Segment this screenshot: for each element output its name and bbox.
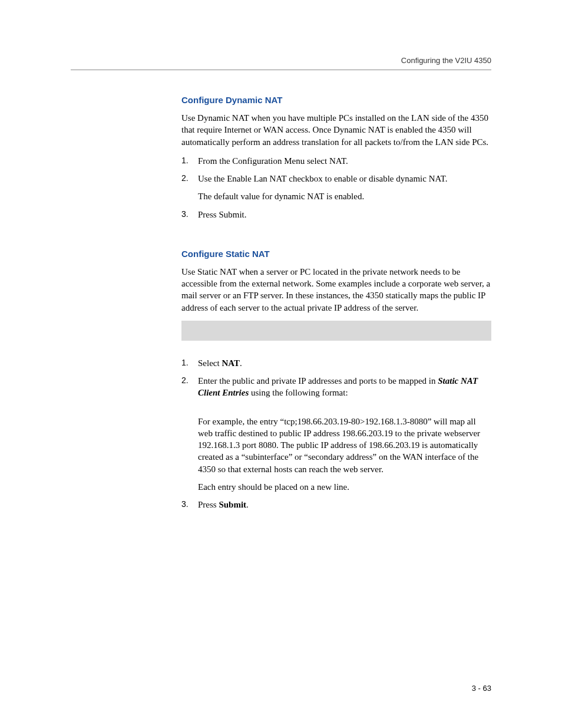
step-text: Press Submit. — [198, 210, 247, 219]
step-suffix: using the following format: — [249, 388, 348, 397]
step-item: Use the Enable Lan NAT checkbox to enabl… — [181, 173, 491, 203]
step-suffix: . — [246, 500, 249, 509]
grey-band — [181, 321, 491, 341]
step-item: From the Configuration Menu select NAT. — [181, 155, 491, 167]
page-number: 3 - 63 — [472, 684, 491, 693]
steps-list-static: Select NAT. Enter the public and private… — [181, 357, 491, 511]
step-bold: Submit — [219, 500, 246, 509]
section-intro: Use Dynamic NAT when you have multiple P… — [181, 112, 491, 148]
step-text: Use the Enable Lan NAT checkbox to enabl… — [198, 174, 447, 183]
step-sub-text: For example, the entry “tcp;198.66.203.1… — [198, 416, 491, 475]
step-bold: NAT — [222, 358, 240, 368]
step-text: From the Configuration Menu select NAT. — [198, 156, 348, 166]
section-heading-static-nat: Configure Static NAT — [181, 249, 491, 259]
step-item: Select NAT. — [181, 357, 491, 369]
step-text: Press — [198, 500, 219, 509]
content-area: Configure Dynamic NAT Use Dynamic NAT wh… — [181, 95, 491, 510]
step-item: Press Submit. — [181, 209, 491, 220]
section-heading-dynamic-nat: Configure Dynamic NAT — [181, 95, 491, 105]
header-rule — [71, 70, 491, 70]
step-text: Select — [198, 358, 222, 368]
document-page: Configuring the V2IU 4350 Configure Dyna… — [0, 0, 562, 510]
running-header: Configuring the V2IU 4350 — [71, 56, 491, 65]
steps-list-dynamic: From the Configuration Menu select NAT. … — [181, 155, 491, 220]
step-text: Enter the public and private IP addresse… — [198, 376, 438, 386]
section-intro: Use Static NAT when a server or PC locat… — [181, 266, 491, 314]
step-item: Press Submit. — [181, 499, 491, 510]
step-sub-text: The default value for dynamic NAT is ena… — [198, 190, 491, 202]
step-sub-text: Each entry should be placed on a new lin… — [198, 481, 491, 493]
step-item: Enter the public and private IP addresse… — [181, 375, 491, 493]
step-suffix: . — [240, 358, 242, 368]
